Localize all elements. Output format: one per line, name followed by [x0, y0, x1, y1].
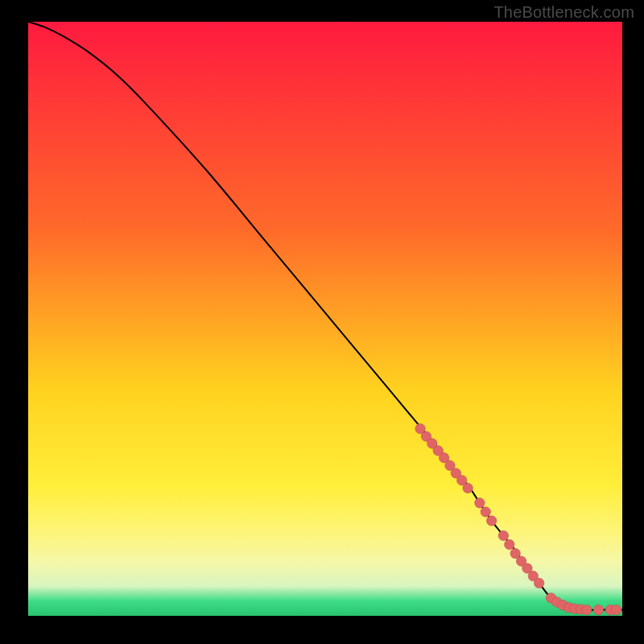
data-marker: [593, 605, 603, 614]
watermark-text: TheBottleneck.com: [493, 3, 634, 22]
data-marker: [463, 483, 473, 493]
data-marker: [611, 605, 621, 614]
gradient-panel: [28, 22, 622, 616]
chart-svg: [28, 22, 622, 616]
data-marker: [505, 539, 514, 549]
data-marker: [481, 507, 490, 517]
data-marker: [486, 516, 496, 526]
data-marker: [475, 498, 485, 508]
plot-area: [28, 22, 622, 616]
data-marker: [582, 605, 592, 614]
chart-stage: TheBottleneck.com: [0, 0, 644, 644]
data-marker: [498, 530, 508, 540]
data-marker: [534, 578, 543, 588]
